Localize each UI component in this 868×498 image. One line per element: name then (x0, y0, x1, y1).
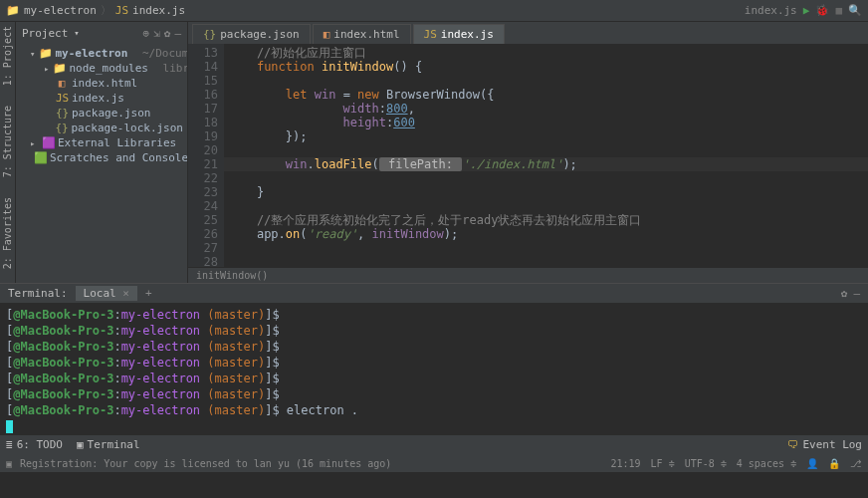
code-line[interactable]: //初始化应用主窗口 (224, 46, 868, 60)
code-line[interactable] (224, 255, 868, 267)
terminal-line: [@MacBook-Pro-3:my-electron (master)]$ (6, 307, 862, 323)
folder-icon: 📁 (39, 47, 51, 60)
git-branch-icon[interactable]: ⎇ (850, 458, 862, 469)
hide-icon[interactable]: — (853, 287, 860, 300)
code-area[interactable]: //初始化应用主窗口 function initWindow() { let w… (224, 44, 868, 267)
js-file-icon: JS (115, 4, 128, 17)
tab-index-js[interactable]: JSindex.js (413, 24, 505, 44)
terminal-label: Terminal (88, 438, 140, 451)
editor-tabs: {}package.json ◧index.html JSindex.js (188, 22, 868, 44)
code-line[interactable]: height:600 (224, 116, 868, 129)
lock-icon[interactable]: 🔒 (828, 458, 840, 469)
code-line[interactable] (224, 241, 868, 255)
vtab-project[interactable]: 1: Project (2, 26, 13, 86)
hide-icon[interactable]: — (174, 27, 181, 40)
bottom-tool-bar: ≣6: TODO ▣Terminal 🗨Event Log (0, 434, 868, 454)
terminal-line: [@MacBook-Pro-3:my-electron (master)]$ (6, 355, 862, 371)
tab-label: index.js (441, 28, 494, 41)
code-line[interactable]: win.loadFile( filePath: './index.html'); (224, 157, 868, 171)
libraries-icon: 🟪 (42, 136, 54, 149)
terminal-header: Terminal: Local × + ✿— (0, 283, 868, 303)
cursor-position[interactable]: 21:19 (610, 458, 640, 469)
code-line[interactable]: function initWindow() { (224, 60, 868, 74)
event-log-label: Event Log (802, 438, 862, 451)
code-line[interactable]: app.on('ready', initWindow); (224, 227, 868, 241)
terminal-icon: ▣ (77, 438, 84, 451)
new-terminal-button[interactable]: + (145, 287, 152, 300)
line-gutter: 13141516171819202122232425262728 (188, 44, 224, 267)
tree-item-label: index.js (72, 92, 124, 105)
chevron-right-icon: 〉 (101, 3, 111, 18)
tree-file[interactable]: {}package-lock.json (16, 121, 187, 135)
folder-icon: 📁 (53, 62, 65, 75)
debug-icon[interactable]: 🐞 (815, 4, 829, 17)
settings-icon[interactable]: ✿ (164, 27, 171, 40)
todo-tool-button[interactable]: ≣6: TODO (6, 438, 63, 451)
html-file-icon: ◧ (56, 77, 68, 90)
tree-file[interactable]: {}package.json (16, 106, 187, 121)
code-line[interactable]: }); (224, 129, 868, 143)
terminal-cursor-line[interactable] (6, 418, 862, 434)
tab-package-json[interactable]: {}package.json (192, 24, 311, 44)
navigation-bar: 📁 my-electron 〉 JS index.js index.js ▶ 🐞… (0, 0, 868, 22)
collapse-icon[interactable]: ⇲ (153, 27, 160, 40)
tree-file[interactable]: JSindex.js (16, 91, 187, 106)
code-line[interactable]: width:800, (224, 102, 868, 116)
file-encoding[interactable]: UTF-8 ≑ (685, 458, 727, 469)
status-message: Registration: Your copy is licensed to l… (20, 458, 391, 469)
line-separator[interactable]: LF ≑ (651, 458, 675, 469)
gear-icon[interactable]: ✿ (841, 287, 848, 300)
breadcrumb-fn[interactable]: initWindow() (196, 270, 268, 281)
tree-root[interactable]: ▾ 📁 my-electron ~/Documents/cyri (16, 46, 187, 61)
inspections-icon[interactable]: 👤 (806, 458, 818, 469)
tab-index-html[interactable]: ◧index.html (313, 24, 411, 44)
chevron-down-icon[interactable]: ▾ (74, 28, 79, 38)
tree-file[interactable]: ◧index.html (16, 76, 187, 91)
indent-setting[interactable]: 4 spaces ≑ (737, 458, 796, 469)
code-editor[interactable]: 13141516171819202122232425262728 //初始化应用… (188, 44, 868, 267)
code-line[interactable] (224, 199, 868, 213)
code-line[interactable] (224, 74, 868, 88)
stop-icon[interactable]: ■ (835, 4, 842, 17)
vtab-structure[interactable]: 7: Structure (2, 106, 13, 177)
code-line[interactable]: let win = new BrowserWindow({ (224, 88, 868, 102)
terminal-line: [@MacBook-Pro-3:my-electron (master)]$ (6, 339, 862, 355)
tree-folder[interactable]: ▸ 📁 node_modules library root (16, 61, 187, 76)
close-icon[interactable]: × (122, 287, 129, 300)
terminal-tab-local[interactable]: Local × (76, 286, 137, 301)
terminal-tool-button[interactable]: ▣Terminal (77, 438, 140, 451)
vtab-favorites[interactable]: 2: Favorites (2, 197, 13, 269)
json-file-icon: {} (203, 28, 216, 41)
project-view-label[interactable]: Project (22, 27, 68, 40)
code-line[interactable]: //整个应用系统初始化完了之后，处于ready状态再去初始化应用主窗口 (224, 213, 868, 227)
chevron-down-icon[interactable]: ▾ (30, 49, 35, 59)
tab-label: package.json (220, 28, 299, 41)
event-log-button[interactable]: 🗨Event Log (787, 438, 862, 451)
terminal-line: [@MacBook-Pro-3:my-electron (master)]$ (6, 386, 862, 402)
chevron-right-icon[interactable]: ▸ (44, 64, 49, 74)
chevron-right-icon[interactable]: ▸ (30, 138, 38, 148)
terminal-tab-label: Local (84, 287, 116, 300)
search-icon[interactable]: 🔍 (848, 4, 862, 17)
code-line[interactable] (224, 143, 868, 157)
terminal-title: Terminal: (8, 287, 68, 300)
breadcrumb[interactable]: 📁 my-electron 〉 JS index.js (6, 3, 185, 18)
code-line[interactable]: } (224, 185, 868, 199)
json-file-icon: {} (56, 107, 68, 120)
project-tool-window: Project ▾ ⊕ ⇲ ✿ — ▾ 📁 my-electron ~/Docu… (16, 22, 188, 283)
status-icon[interactable]: ▣ (6, 458, 12, 469)
crumb-root[interactable]: my-electron (24, 4, 97, 17)
terminal[interactable]: [@MacBook-Pro-3:my-electron (master)]$ [… (0, 303, 868, 434)
tree-item-label: package.json (72, 107, 150, 120)
tree-external-libs[interactable]: ▸🟪External Libraries (16, 135, 187, 150)
tree-scratches[interactable]: 🟩Scratches and Consoles (16, 150, 187, 165)
code-line[interactable] (224, 171, 868, 185)
editor-breadcrumb[interactable]: initWindow() (188, 267, 868, 283)
run-icon[interactable]: ▶ (803, 4, 810, 17)
tree-item-label: package-lock.json (71, 122, 183, 134)
todo-label: 6: TODO (17, 438, 63, 451)
select-opened-icon[interactable]: ⊕ (143, 27, 150, 40)
project-tree[interactable]: ▾ 📁 my-electron ~/Documents/cyri ▸ 📁 nod… (16, 44, 187, 283)
run-target-label[interactable]: index.js (745, 4, 797, 17)
crumb-file[interactable]: index.js (132, 4, 185, 17)
